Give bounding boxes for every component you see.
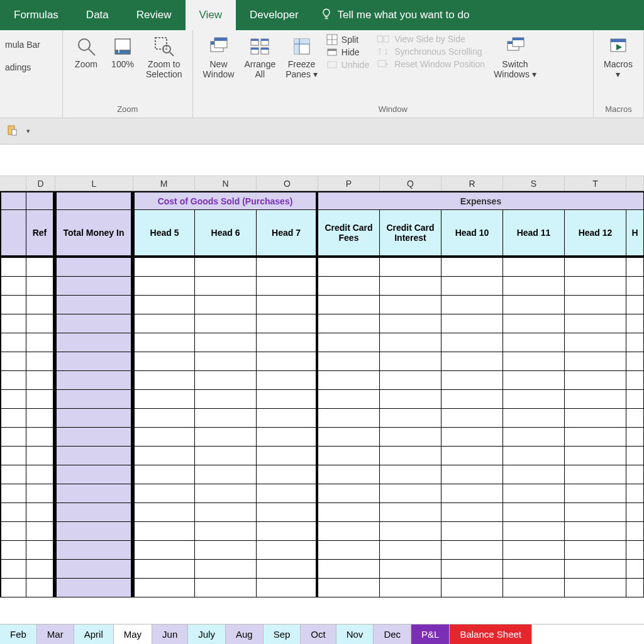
table-row[interactable] — [0, 371, 644, 390]
cell[interactable] — [195, 484, 257, 503]
cell[interactable] — [318, 579, 380, 597]
cell[interactable] — [565, 522, 626, 541]
cell[interactable] — [318, 428, 380, 447]
cell[interactable] — [503, 522, 565, 541]
cell[interactable] — [565, 579, 626, 597]
cell[interactable] — [503, 484, 565, 503]
cell[interactable] — [133, 560, 195, 579]
cell[interactable] — [565, 465, 626, 484]
cell[interactable] — [503, 352, 565, 371]
cell[interactable] — [380, 296, 441, 314]
hide-button[interactable]: Hide — [326, 47, 369, 58]
cell[interactable] — [441, 503, 503, 522]
cell[interactable] — [55, 296, 133, 314]
cell[interactable] — [441, 277, 503, 296]
col-header-l[interactable]: L — [55, 176, 133, 191]
cell[interactable] — [503, 560, 565, 579]
cell[interactable] — [565, 541, 626, 560]
cell[interactable] — [26, 277, 55, 296]
hdr-head6[interactable]: Head 6 — [195, 210, 257, 258]
cell[interactable] — [133, 333, 195, 352]
cell[interactable] — [318, 409, 380, 428]
cell[interactable] — [195, 258, 257, 277]
cell[interactable] — [257, 390, 318, 409]
cell[interactable] — [133, 390, 195, 409]
col-header-d[interactable]: D — [26, 176, 55, 191]
cell[interactable] — [380, 541, 441, 560]
cell[interactable] — [380, 560, 441, 579]
cell[interactable] — [0, 428, 26, 447]
cell[interactable] — [441, 579, 503, 597]
cell[interactable] — [503, 371, 565, 390]
menu-tab-view[interactable]: View — [186, 0, 236, 30]
sheet-tab-oct[interactable]: Oct — [300, 625, 336, 644]
col-header-m[interactable]: M — [133, 176, 195, 191]
hdr-head5[interactable]: Head 5 — [133, 210, 195, 258]
hdr-head12[interactable]: Head 12 — [565, 210, 626, 258]
cell[interactable] — [257, 333, 318, 352]
table-row[interactable] — [0, 541, 644, 560]
cell[interactable] — [565, 277, 626, 296]
table-row[interactable] — [0, 503, 644, 522]
sheet-tab-aug[interactable]: Aug — [225, 625, 264, 644]
hdr-ref[interactable]: Ref — [26, 210, 55, 258]
cell[interactable] — [318, 371, 380, 390]
cell[interactable] — [626, 390, 644, 409]
cell[interactable] — [195, 428, 257, 447]
cell[interactable] — [0, 277, 26, 296]
cell[interactable] — [55, 258, 133, 277]
cell[interactable] — [380, 333, 441, 352]
table-row[interactable] — [0, 465, 644, 484]
cell[interactable] — [441, 560, 503, 579]
table-row[interactable] — [0, 296, 644, 314]
menu-tab-formulas[interactable]: Formulas — [0, 0, 72, 30]
cell[interactable] — [318, 503, 380, 522]
hdr-cc-interest[interactable]: Credit Card Interest — [380, 210, 441, 258]
cell[interactable] — [55, 409, 133, 428]
hdr-total-money-in[interactable]: Total Money In — [55, 210, 133, 258]
cell[interactable] — [626, 371, 644, 390]
sheet-tab-may[interactable]: May — [113, 625, 152, 644]
cell[interactable] — [0, 465, 26, 484]
hdr-total-money-upper[interactable] — [55, 191, 133, 210]
cell[interactable] — [318, 258, 380, 277]
cell[interactable] — [133, 296, 195, 314]
zoom-100-button[interactable]: 100% — [104, 33, 141, 72]
cell[interactable] — [26, 503, 55, 522]
col-header-o[interactable]: O — [257, 176, 318, 191]
formula-bar-checkbox[interactable]: mula Bar — [5, 38, 40, 52]
cell[interactable] — [0, 296, 26, 314]
cell[interactable] — [195, 371, 257, 390]
cell[interactable] — [318, 333, 380, 352]
cell[interactable] — [503, 428, 565, 447]
cell[interactable] — [26, 465, 55, 484]
cell[interactable] — [441, 409, 503, 428]
cell[interactable] — [0, 484, 26, 503]
cell[interactable] — [0, 579, 26, 597]
cell[interactable] — [565, 503, 626, 522]
table-row[interactable] — [0, 579, 644, 597]
cell[interactable] — [133, 314, 195, 333]
cell[interactable] — [55, 579, 133, 597]
cell[interactable] — [257, 371, 318, 390]
sheet-tab-balance-sheet[interactable]: Balance Sheet — [449, 625, 532, 644]
switch-windows-button[interactable]: SwitchWindows ▾ — [489, 33, 541, 82]
cell[interactable] — [380, 522, 441, 541]
cell[interactable] — [195, 409, 257, 428]
cell[interactable] — [26, 314, 55, 333]
cell[interactable] — [195, 503, 257, 522]
cell[interactable] — [26, 541, 55, 560]
zoom-button[interactable]: Zoom — [68, 33, 104, 72]
cell[interactable] — [133, 484, 195, 503]
cell[interactable] — [565, 484, 626, 503]
cell[interactable] — [441, 541, 503, 560]
hdr-head7[interactable]: Head 7 — [257, 210, 318, 258]
cell[interactable] — [318, 447, 380, 465]
hdr-prefirst[interactable] — [0, 210, 26, 258]
cell[interactable] — [133, 541, 195, 560]
cell[interactable] — [257, 503, 318, 522]
cell[interactable] — [0, 447, 26, 465]
cell[interactable] — [441, 390, 503, 409]
cell[interactable] — [195, 390, 257, 409]
table-row[interactable] — [0, 258, 644, 277]
